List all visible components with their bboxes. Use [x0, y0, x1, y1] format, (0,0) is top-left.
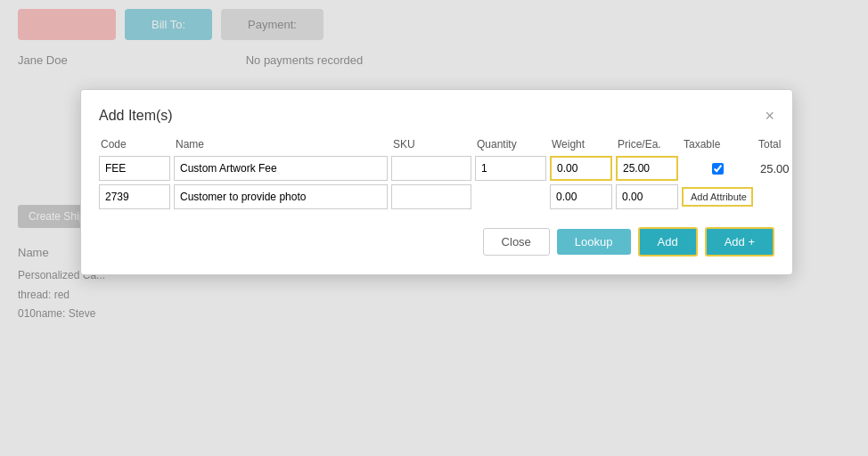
add-items-dialog: Add Item(s) × Code Name SKU Quantity Wei… [80, 89, 793, 275]
item-row-1: 25.00 [99, 156, 774, 181]
item-row-2: Add Attribute [99, 184, 774, 209]
lookup-button[interactable]: Lookup [557, 229, 631, 255]
row1-code-input[interactable] [99, 156, 170, 181]
col-taxable: Taxable [684, 138, 755, 151]
dialog-footer: Close Lookup Add Add + [99, 227, 774, 256]
row1-weight-input[interactable] [550, 156, 612, 181]
col-code: Code [101, 138, 172, 151]
row2-weight-input[interactable] [550, 184, 612, 209]
add-attribute-button[interactable]: Add Attribute [682, 187, 753, 207]
row1-price-input[interactable] [616, 156, 678, 181]
col-weight: Weight [552, 138, 614, 151]
dialog-close-button[interactable]: × [765, 108, 774, 124]
add-button[interactable]: Add [638, 227, 698, 256]
table-headers: Code Name SKU Quantity Weight Price/Ea. … [99, 138, 774, 151]
row1-sku-input[interactable] [391, 156, 471, 181]
col-sku: SKU [393, 138, 473, 151]
row1-quantity-input[interactable] [475, 156, 546, 181]
row1-name-input[interactable] [174, 156, 388, 181]
row1-taxable-checkbox[interactable] [712, 163, 724, 175]
row1-total: 25.00 [757, 162, 810, 175]
dialog-title: Add Item(s) [99, 108, 173, 124]
dialog-header: Add Item(s) × [99, 108, 774, 124]
col-quantity: Quantity [477, 138, 548, 151]
col-name: Name [176, 138, 389, 151]
row1-taxable-cell [682, 163, 753, 175]
close-button[interactable]: Close [483, 228, 550, 256]
row2-price-input[interactable] [616, 184, 678, 209]
col-total: Total [758, 138, 812, 151]
row2-sku-input[interactable] [391, 184, 471, 209]
row2-name-input[interactable] [174, 184, 388, 209]
add-plus-button[interactable]: Add + [705, 227, 774, 256]
col-price-ea: Price/Ea. [618, 138, 680, 151]
row2-code-input[interactable] [99, 184, 170, 209]
